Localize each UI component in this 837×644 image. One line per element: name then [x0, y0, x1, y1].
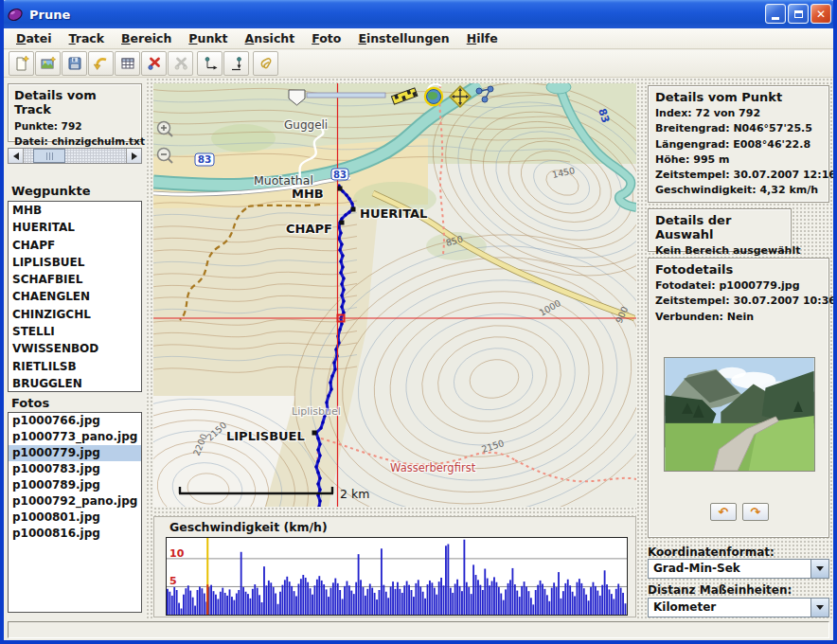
right-split-divider[interactable]	[636, 78, 644, 619]
maximize-button[interactable]	[788, 4, 809, 24]
photo-item[interactable]: p1000779.jpg	[9, 445, 141, 461]
menu-item[interactable]: Einstellungen	[349, 29, 457, 47]
photos-label: Fotos	[11, 396, 49, 410]
track-details-title: Details vom Track	[14, 88, 135, 116]
arrow-left-icon	[13, 152, 19, 160]
app-window: Prune ✕ DateiTrackBereichPunktAnsichtFot…	[0, 0, 837, 644]
arrow-right-icon	[132, 152, 137, 160]
photo-item[interactable]: p1000789.jpg	[9, 477, 141, 493]
rotate-right-icon: ↷	[751, 506, 761, 518]
coord-format-label: Koordinatenformat:	[648, 546, 775, 559]
connect-photo-button[interactable]	[253, 51, 278, 76]
point-detail-line: Breitengrad: N046°57'25.5	[655, 122, 822, 134]
app-icon-plum	[7, 6, 24, 23]
waypoint-item[interactable]: LIPLISBUEL	[9, 254, 141, 271]
set-range-start-button[interactable]	[197, 51, 223, 76]
speed-chart-panel: Geschwindigkeit (km/h) 510	[153, 516, 636, 617]
undo-button[interactable]	[88, 51, 114, 76]
edit-point-button[interactable]	[115, 51, 140, 76]
set-range-end-button[interactable]	[223, 51, 249, 76]
minimize-icon	[772, 17, 779, 20]
photo-item[interactable]: p1000766.jpg	[9, 413, 141, 429]
menu-item[interactable]: Hilfe	[458, 29, 507, 47]
open-file-button[interactable]	[9, 51, 34, 76]
delete-point-button[interactable]	[141, 51, 167, 76]
rotate-right-button[interactable]: ↷	[742, 503, 769, 521]
waypoints-list[interactable]: MHBHUERITALCHAPFLIPLISBUELSCHAFBIELCHAEN…	[8, 201, 142, 392]
photo-item[interactable]: p1000792_pano.jpg	[9, 493, 141, 510]
waypoints-label: Wegpunkte	[11, 184, 91, 198]
scroll-right-button[interactable]	[126, 149, 141, 163]
waypoint-item[interactable]: CHINZIGCHL	[9, 306, 141, 323]
point-detail-line: Geschwindigkeit: 4,32 km/h	[655, 184, 822, 196]
menu-item[interactable]: Datei	[8, 29, 61, 47]
title-bar[interactable]: Prune ✕	[0, 0, 837, 28]
waypoint-item[interactable]: MHB	[9, 202, 141, 219]
coord-format-select[interactable]: Grad-Min-Sek	[648, 559, 829, 579]
connect-photo-icon	[258, 55, 275, 72]
track-scrollbar[interactable]	[8, 148, 142, 164]
map-label-liplisbuel-place: Liplisbuel	[292, 405, 341, 418]
scroll-left-button[interactable]	[9, 149, 24, 163]
left-panel: Details vom Track Punkte: 792 Datei: chi…	[4, 78, 146, 619]
photos-list[interactable]: p1000766.jpgp1000773_pano.jpgp1000779.jp…	[8, 412, 142, 613]
edit-point-icon	[119, 55, 136, 72]
right-panel: Details vom Punkt Index: 72 von 792Breit…	[644, 78, 833, 619]
speed-chart[interactable]: 510	[166, 537, 628, 616]
selection-details-box: Details der Auswahl Kein Bereich ausgewä…	[648, 208, 792, 252]
map-waypoint-mhb: MHB	[292, 187, 324, 201]
save-icon	[66, 55, 83, 72]
waypoint-item[interactable]: CHAPF	[9, 237, 141, 254]
photo-item[interactable]: p1000816.jpg	[9, 526, 141, 542]
scrollbar-track[interactable]	[24, 149, 126, 163]
track-details-box: Details vom Track Punkte: 792 Datei: chi…	[8, 83, 142, 142]
map-label-guggeli: Guggeli	[284, 118, 328, 132]
track-file-name: Datei: chinzigchulm.txt	[14, 135, 135, 147]
photo-item[interactable]: p1000783.jpg	[9, 461, 141, 477]
map-label-muotathal: Muotathal	[254, 173, 313, 188]
map-canvas[interactable]: Guggeli Muotathal MHB HUERITAL CHAPF LIP…	[153, 83, 636, 507]
waypoint-item[interactable]: BRUGGLEN	[9, 375, 141, 392]
map-waypoint-huerital: HUERITAL	[360, 206, 427, 221]
scrollbar-thumb[interactable]	[33, 149, 65, 163]
distance-units-dropdown-button[interactable]	[810, 599, 828, 617]
menu-item[interactable]: Punkt	[180, 29, 236, 47]
left-split-divider[interactable]	[146, 78, 153, 619]
save-button[interactable]	[62, 51, 87, 76]
waypoint-item[interactable]: VWISSENBOD	[9, 340, 141, 357]
waypoint-item[interactable]: SCHAFBIEL	[9, 271, 141, 288]
main-area: Details vom Track Punkte: 792 Datei: chi…	[4, 78, 833, 619]
point-detail-line: Index: 72 von 792	[655, 107, 822, 119]
waypoint-item[interactable]: HUERITAL	[9, 219, 141, 236]
coord-format-dropdown-button[interactable]	[810, 560, 828, 578]
photo-item[interactable]: p1000773_pano.jpg	[9, 429, 141, 445]
close-button[interactable]: ✕	[810, 4, 831, 24]
menu-item[interactable]: Bereich	[113, 29, 180, 47]
minimize-button[interactable]	[765, 4, 786, 24]
svg-text:83: 83	[333, 170, 347, 180]
set-range-end-icon	[228, 55, 245, 72]
map-waypoint-liplisbuel: LIPLISBUEL	[226, 429, 305, 443]
menu-item[interactable]: Track	[61, 29, 113, 47]
photo-details-title: Fotodetails	[655, 262, 822, 277]
map-label-wasserbergfirst: Wasserbergfirst	[390, 461, 476, 474]
add-photo-button[interactable]	[35, 51, 61, 76]
waypoint-item[interactable]: RIETLILSB	[9, 358, 141, 375]
chart-title: Geschwindigkeit (km/h)	[169, 520, 328, 534]
menu-item[interactable]: Foto	[303, 29, 349, 47]
chevron-down-icon	[816, 566, 824, 571]
rotate-left-button[interactable]: ↶	[710, 503, 737, 521]
photo-thumbnail	[664, 357, 815, 472]
map-chart-divider[interactable]	[153, 507, 636, 516]
distance-units-select[interactable]: Kilometer	[648, 598, 829, 617]
photo-item[interactable]: p1000801.jpg	[9, 510, 141, 526]
chart-ytick: 5	[169, 575, 177, 587]
svg-text:83: 83	[198, 153, 212, 165]
waypoint-item[interactable]: STELLI	[9, 323, 141, 340]
status-bar	[8, 621, 829, 638]
center-panel: Guggeli Muotathal MHB HUERITAL CHAPF LIP…	[153, 78, 636, 619]
waypoint-item[interactable]: CHAENGLEN	[9, 288, 141, 305]
point-detail-line: Höhe: 995 m	[655, 153, 822, 166]
close-icon: ✕	[816, 9, 826, 20]
menu-item[interactable]: Ansicht	[237, 29, 304, 47]
